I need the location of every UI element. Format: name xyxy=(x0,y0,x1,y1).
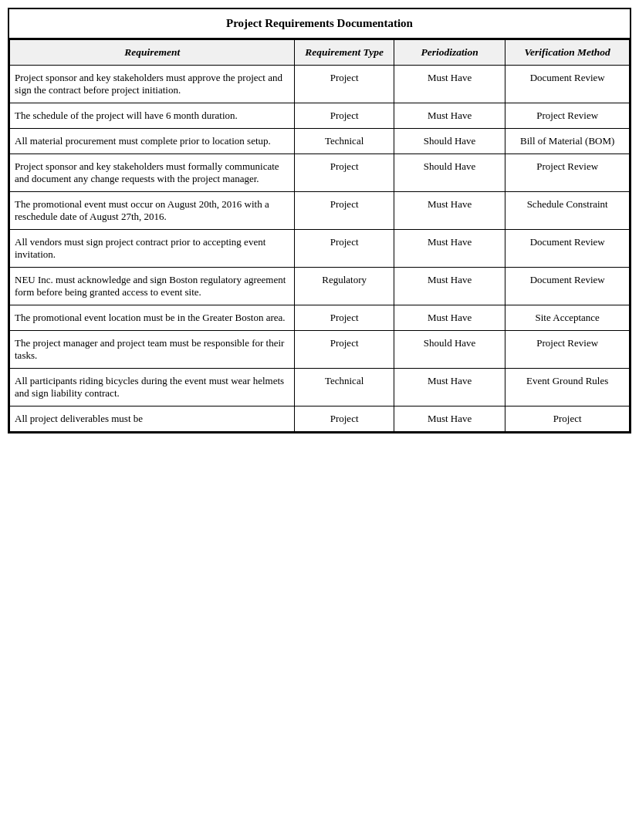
table-row: The schedule of the project will have 6 … xyxy=(10,103,630,129)
cell-verification: Document Review xyxy=(505,66,630,103)
cell-verification: Project Review xyxy=(505,103,630,129)
cell-verification: Event Ground Rules xyxy=(505,369,630,407)
cell-requirement: All vendors must sign project contract p… xyxy=(10,230,295,268)
cell-periodization: Should Have xyxy=(394,154,505,192)
table-row: All vendors must sign project contract p… xyxy=(10,230,630,268)
cell-verification: Project xyxy=(505,407,630,432)
cell-type: Project xyxy=(295,407,394,432)
table-header-row: Requirement Requirement Type Periodizati… xyxy=(10,40,630,66)
cell-type: Project xyxy=(295,331,394,369)
requirements-table-wrapper: Project Requirements Documentation Requi… xyxy=(8,8,631,433)
table-body: Project sponsor and key stakeholders mus… xyxy=(10,66,630,432)
cell-type: Project xyxy=(295,154,394,192)
table-row: NEU Inc. must acknowledge and sign Bosto… xyxy=(10,268,630,305)
cell-requirement: Project sponsor and key stakeholders mus… xyxy=(10,66,295,103)
table-row: All project deliverables must beProjectM… xyxy=(10,407,630,432)
cell-periodization: Should Have xyxy=(394,331,505,369)
cell-verification: Document Review xyxy=(505,230,630,268)
cell-periodization: Should Have xyxy=(394,129,505,154)
header-requirement: Requirement xyxy=(10,40,295,66)
cell-verification: Schedule Constraint xyxy=(505,192,630,230)
cell-verification: Project Review xyxy=(505,331,630,369)
cell-requirement: The promotional event must occur on Augu… xyxy=(10,192,295,230)
cell-type: Technical xyxy=(295,129,394,154)
cell-verification: Document Review xyxy=(505,268,630,305)
cell-requirement: NEU Inc. must acknowledge and sign Bosto… xyxy=(10,268,295,305)
cell-type: Project xyxy=(295,192,394,230)
cell-requirement: The project manager and project team mus… xyxy=(10,331,295,369)
cell-type: Regulatory xyxy=(295,268,394,305)
requirements-table: Requirement Requirement Type Periodizati… xyxy=(9,39,630,432)
cell-periodization: Must Have xyxy=(394,192,505,230)
header-periodization: Periodization xyxy=(394,40,505,66)
cell-requirement: Project sponsor and key stakeholders mus… xyxy=(10,154,295,192)
cell-requirement: The schedule of the project will have 6 … xyxy=(10,103,295,129)
table-title: Project Requirements Documentation xyxy=(9,9,630,39)
cell-verification: Bill of Material (BOM) xyxy=(505,129,630,154)
cell-periodization: Must Have xyxy=(394,305,505,331)
cell-periodization: Must Have xyxy=(394,103,505,129)
cell-type: Project xyxy=(295,305,394,331)
cell-periodization: Must Have xyxy=(394,230,505,268)
cell-type: Technical xyxy=(295,369,394,407)
header-verification: Verification Method xyxy=(505,40,630,66)
header-type: Requirement Type xyxy=(295,40,394,66)
table-row: Project sponsor and key stakeholders mus… xyxy=(10,66,630,103)
cell-periodization: Must Have xyxy=(394,407,505,432)
cell-periodization: Must Have xyxy=(394,369,505,407)
cell-type: Project xyxy=(295,103,394,129)
cell-requirement: All participants riding bicycles during … xyxy=(10,369,295,407)
cell-requirement: All project deliverables must be xyxy=(10,407,295,432)
cell-periodization: Must Have xyxy=(394,66,505,103)
table-row: The project manager and project team mus… xyxy=(10,331,630,369)
table-row: The promotional event location must be i… xyxy=(10,305,630,331)
cell-requirement: The promotional event location must be i… xyxy=(10,305,295,331)
table-row: Project sponsor and key stakeholders mus… xyxy=(10,154,630,192)
table-row: All participants riding bicycles during … xyxy=(10,369,630,407)
table-row: The promotional event must occur on Augu… xyxy=(10,192,630,230)
cell-requirement: All material procurement must complete p… xyxy=(10,129,295,154)
cell-periodization: Must Have xyxy=(394,268,505,305)
cell-verification: Site Acceptance xyxy=(505,305,630,331)
table-row: All material procurement must complete p… xyxy=(10,129,630,154)
cell-verification: Project Review xyxy=(505,154,630,192)
cell-type: Project xyxy=(295,230,394,268)
cell-type: Project xyxy=(295,66,394,103)
